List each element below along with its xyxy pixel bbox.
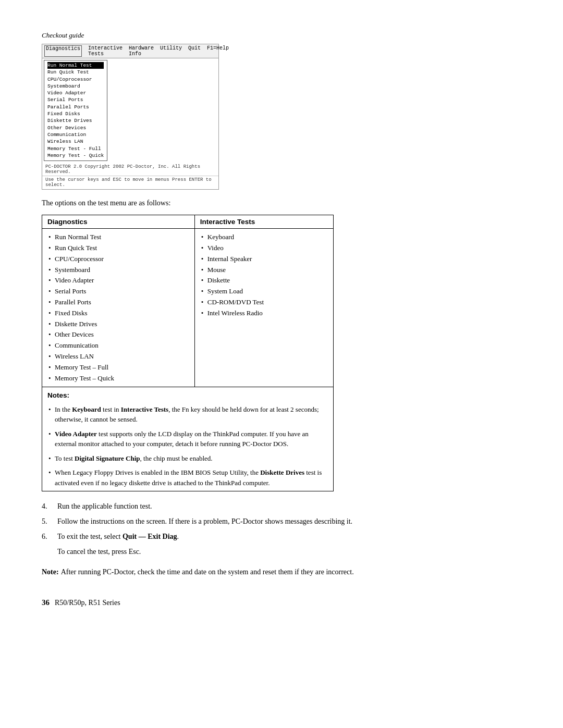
note-item-1: In the Keyboard test in Interactive Test… [47,404,328,425]
list-item: Memory Test – Full [47,362,189,373]
diagnostics-list-cell: Run Normal Test Run Quick Test CPU/Copro… [42,229,195,387]
interactive-list: Keyboard Video Internal Speaker Mouse Di… [200,232,328,318]
interactive-list-cell: Keyboard Video Internal Speaker Mouse Di… [194,229,333,387]
pc-doctor-sidebar: Run Normal Test Run Quick Test CPU/Copro… [44,60,107,161]
list-item: CD-ROM/DVD Test [200,297,328,308]
list-item: Run Quick Test [47,243,189,254]
list-item: Serial Ports [47,286,189,297]
sidebar-item: Other Devices [47,125,104,131]
list-item: Internal Speaker [200,254,328,265]
pc-doctor-hint: Use the cursor keys and ESC to move in m… [42,176,218,189]
step-4-text: Run the applicable function test. [57,501,521,512]
menu-diagnostics: Diagnostics [44,45,82,57]
note-label: Note: [42,566,59,577]
section-label: Checkout guide [42,31,521,40]
step-5: 5. Follow the instructions on the screen… [42,516,521,527]
menu-help: F1=Help [207,45,229,57]
sidebar-item: Communication [47,131,104,138]
sidebar-selected: Run Normal Test [47,62,104,69]
list-item: Video Adapter [47,275,189,286]
menu-quit: Quit [188,45,201,57]
pc-doctor-screenshot: Diagnostics Interactive Tests Hardware I… [42,44,219,190]
step-4: 4. Run the applicable function test. [42,501,521,512]
intro-text: The options on the test menu are as foll… [42,199,521,207]
test-options-table: Diagnostics Interactive Tests Run Normal… [42,215,334,491]
list-item: Parallel Ports [47,297,189,308]
note-item-3: To test Digital Signature Chip, the chip… [47,453,328,464]
sidebar-item: Memory Test - Full [47,145,104,152]
list-item: Fixed Disks [47,308,189,319]
sidebar-item: Fixed Disks [47,110,104,117]
page-series: R50/R50p, R51 Series [55,599,120,607]
step-6-sub: To cancel the test, press Esc. [57,546,521,557]
notes-cell: Notes: In the Keyboard test in Interacti… [42,387,334,491]
sidebar-item: Parallel Ports [47,104,104,110]
list-item: System Load [200,286,328,297]
menu-utility: Utility [160,45,182,57]
list-item: Video [200,243,328,254]
sidebar-item: Wireless LAN [47,138,104,145]
sidebar-item: CPU/Coprocessor [47,76,104,83]
list-item: Diskette Drives [47,319,189,330]
menu-hardware: Hardware Info [129,45,154,57]
list-item: Intel Wireless Radio [200,308,328,319]
sidebar-item: Systemboard [47,83,104,90]
note-item-2: Video Adapter test supports only the LCD… [47,429,328,449]
list-item: Diskette [200,275,328,286]
list-item: Run Normal Test [47,232,189,243]
notes-header: Notes: [47,390,328,401]
list-item: Wireless LAN [47,351,189,362]
list-item: Systemboard [47,265,189,276]
steps-section: 4. Run the applicable function test. 5. … [42,501,521,557]
list-item: Keyboard [200,232,328,243]
step-4-num: 4. [42,501,57,512]
notes-section: Notes: In the Keyboard test in Interacti… [47,390,328,488]
list-item: CPU/Coprocessor [47,254,189,265]
step-6: 6. To exit the test, select Quit — Exit … [42,531,521,542]
pc-doctor-body: Run Normal Test Run Quick Test CPU/Copro… [42,58,218,163]
page-number: 36 [42,598,50,607]
pc-doctor-menubar: Diagnostics Interactive Tests Hardware I… [42,44,218,58]
list-item: Mouse [200,265,328,276]
step-5-num: 5. [42,516,57,527]
sidebar-item: Video Adapter [47,90,104,96]
sidebar-item: Diskette Drives [47,117,104,124]
list-item: Communication [47,340,189,351]
list-item: Other Devices [47,329,189,340]
list-item: Memory Test – Quick [47,373,189,384]
note-text: After running PC-Doctor, check the time … [61,566,354,577]
sidebar-item: Run Quick Test [47,69,104,76]
step-5-text: Follow the instructions on the screen. I… [57,516,521,527]
note-paragraph: Note: After running PC-Doctor, check the… [42,566,521,577]
menu-interactive: Interactive Tests [88,45,123,57]
col-header-diagnostics: Diagnostics [42,215,195,229]
pc-doctor-copyright: PC-DOCTOR 2.0 Copyright 2002 PC-Doctor, … [42,163,218,176]
step-6-num: 6. [42,531,57,542]
sidebar-item: Serial Ports [47,96,104,103]
diagnostics-list: Run Normal Test Run Quick Test CPU/Copro… [47,232,189,384]
sidebar-item: Memory Test - Quick [47,152,104,159]
page-footer: 36 R50/R50p, R51 Series [42,598,521,607]
note-item-4: When Legacy Floppy Drives is enabled in … [47,467,328,488]
col-header-interactive: Interactive Tests [194,215,333,229]
step-6-text: To exit the test, select Quit — Exit Dia… [57,531,521,542]
